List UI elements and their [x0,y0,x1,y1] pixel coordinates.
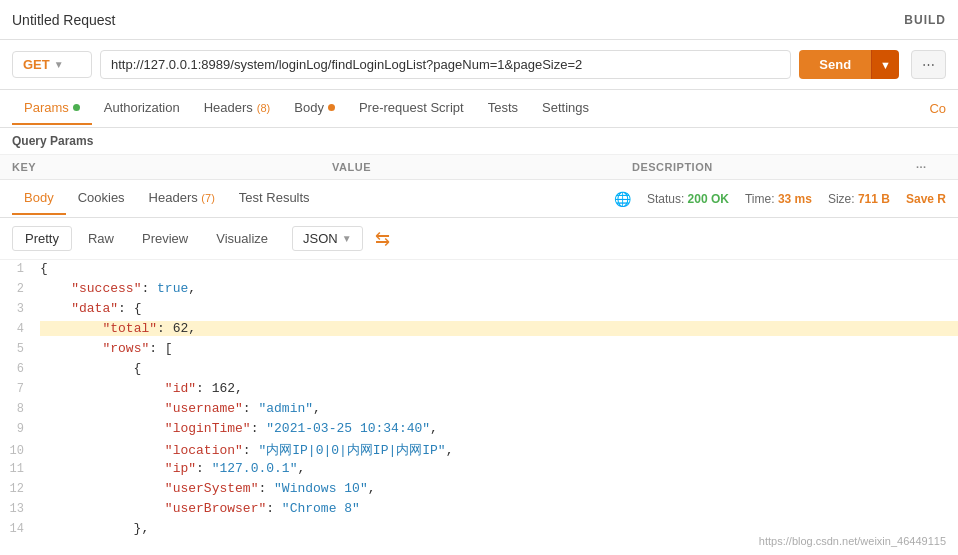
tab-pre-request[interactable]: Pre-request Script [347,92,476,125]
save-response-button[interactable]: Save R [906,192,946,206]
send-dropdown-button[interactable]: ▼ [871,50,899,79]
send-button-group: Send ▼ [799,50,899,79]
json-line-13: 13 "userBrowser": "Chrome 8" [0,500,958,520]
json-viewer: 1 { 2 "success": true, 3 "data": { 4 "to… [0,260,958,541]
headers-badge: (8) [257,102,270,114]
response-tabs: Body Cookies Headers (7) Test Results 🌐 … [0,180,958,218]
tab-settings[interactable]: Settings [530,92,601,125]
json-line-4: 4 "total": 62, [0,320,958,340]
tab-headers[interactable]: Headers (8) [192,92,283,125]
request-tabs: Params Authorization Headers (8) Body Pr… [0,90,958,128]
resp-tab-headers[interactable]: Headers (7) [137,182,227,215]
method-arrow-icon: ▼ [54,59,64,70]
resp-headers-badge: (7) [201,192,214,204]
json-line-12: 12 "userSystem": "Windows 10", [0,480,958,500]
fmt-visualize-button[interactable]: Visualize [204,227,280,250]
fmt-preview-button[interactable]: Preview [130,227,200,250]
json-line-5: 5 "rows": [ [0,340,958,360]
json-format-dropdown[interactable]: JSON ▼ [292,226,363,251]
tab-right-co: Co [929,101,946,116]
tab-body[interactable]: Body [282,92,347,125]
url-bar: GET ▼ Send ▼ ⋯ [0,40,958,90]
method-label: GET [23,57,50,72]
resp-tab-body[interactable]: Body [12,182,66,215]
resp-tab-test-results[interactable]: Test Results [227,182,322,215]
json-line-2: 2 "success": true, [0,280,958,300]
json-line-1: 1 { [0,260,958,280]
json-format-label: JSON [303,231,338,246]
tab-authorization[interactable]: Authorization [92,92,192,125]
build-label: BUILD [904,13,946,27]
send-button[interactable]: Send [799,50,871,79]
json-line-7: 7 "id": 162, [0,380,958,400]
resp-tab-cookies[interactable]: Cookies [66,182,137,215]
size-value: 711 B [858,192,890,206]
url-input[interactable] [100,50,791,79]
title-bar: Untitled Request BUILD [0,0,958,40]
col-value-header: VALUE [332,161,632,173]
wrap-icon[interactable]: ⇆ [375,228,390,250]
col-desc-header: DESCRIPTION [632,161,916,173]
params-dot [73,104,80,111]
window-title: Untitled Request [12,12,116,28]
json-line-11: 11 "ip": "127.0.0.1", [0,460,958,480]
params-header: KEY VALUE DESCRIPTION ··· [0,155,958,180]
response-status: 🌐 Status: 200 OK Time: 33 ms Size: 711 B… [614,191,946,207]
more-options-button[interactable]: ⋯ [911,50,946,79]
tab-params[interactable]: Params [12,92,92,125]
fmt-pretty-button[interactable]: Pretty [12,226,72,251]
json-line-10: 10 "location": "内网IP|0|0|内网IP|内网IP", [0,440,958,460]
json-dropdown-arrow-icon: ▼ [342,233,352,244]
json-line-9: 9 "loginTime": "2021-03-25 10:34:40", [0,420,958,440]
col-actions-header: ··· [916,161,946,173]
fmt-raw-button[interactable]: Raw [76,227,126,250]
json-line-3: 3 "data": { [0,300,958,320]
time-value: 33 ms [778,192,812,206]
body-dot [328,104,335,111]
watermark: https://blog.csdn.net/weixin_46449115 [759,535,946,547]
status-value: 200 OK [688,192,729,206]
globe-icon: 🌐 [614,191,631,207]
json-line-8: 8 "username": "admin", [0,400,958,420]
format-bar: Pretty Raw Preview Visualize JSON ▼ ⇆ [0,218,958,260]
query-params-label: Query Params [0,128,958,155]
method-select[interactable]: GET ▼ [12,51,92,78]
col-key-header: KEY [12,161,332,173]
json-line-6: 6 { [0,360,958,380]
tab-tests[interactable]: Tests [476,92,530,125]
